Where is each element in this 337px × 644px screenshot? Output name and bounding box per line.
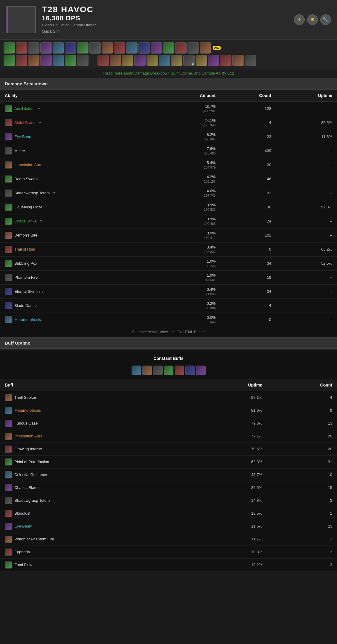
ability-icon[interactable] <box>138 42 150 54</box>
settings-icon[interactable]: ⚙ <box>307 14 318 25</box>
ability-icon-small <box>5 302 12 309</box>
info-link[interactable]: Read more about Damage Breakdown, Buff U… <box>0 69 337 78</box>
ability-name[interactable]: Phantom Fire <box>14 275 38 280</box>
ability-icon[interactable] <box>196 55 207 66</box>
ability-icon[interactable]: ✕ <box>183 55 195 66</box>
ability-icon[interactable] <box>208 55 219 66</box>
ability-icon[interactable] <box>65 55 76 66</box>
ability-icon[interactable] <box>122 55 133 66</box>
percent-cell: 28.7%1,400,281 <box>155 101 220 116</box>
ability-icon[interactable] <box>89 42 101 54</box>
hits-cell: 20 <box>220 158 276 172</box>
ability-icon[interactable] <box>200 42 211 54</box>
ability-icon[interactable] <box>16 42 27 54</box>
ability-icon-small <box>5 105 12 112</box>
wow-icon[interactable]: ⚜ <box>294 14 305 25</box>
ability-name[interactable]: Death Sweep <box>14 177 38 181</box>
table-row: Liquefying Ooze 3.9%190,531 30 97.3% <box>0 200 337 214</box>
buff-name-cell-0: Thrill Seeker <box>0 391 190 404</box>
ability-icon[interactable] <box>220 55 231 66</box>
buff-icon[interactable] <box>132 366 141 375</box>
ability-name[interactable]: Blade Dance <box>14 303 36 308</box>
table-row: Shadowgrasp Totem▼ 4.0%197,746 91 – <box>0 186 337 200</box>
ability-icon[interactable] <box>53 55 64 66</box>
ability-name[interactable]: Demon's Bite <box>14 233 37 237</box>
ability-name[interactable]: Chaos Strike <box>14 219 36 223</box>
ability-icon[interactable] <box>4 55 15 66</box>
ability-icon[interactable] <box>16 55 27 66</box>
ability-name[interactable]: Metamorphosis <box>14 317 41 322</box>
ability-name[interactable]: Melee <box>14 149 25 153</box>
buff-table-row: Fatal Flaw 10.2% 3 <box>0 558 337 571</box>
ability-name[interactable]: Bubbling Pox <box>14 261 37 266</box>
buff-name: Furious Gaze <box>14 421 38 425</box>
ability-icon[interactable] <box>97 55 109 66</box>
ability-icon[interactable] <box>187 42 199 54</box>
ability-icon[interactable] <box>65 42 76 54</box>
buff-icon-small <box>5 561 12 569</box>
hits-cell: 4 <box>220 116 276 130</box>
gear-icon[interactable]: 🔧 <box>320 14 331 25</box>
uptime-column-header: Uptime <box>276 90 337 102</box>
icons-badge: 282 <box>213 46 221 50</box>
ability-icon[interactable] <box>245 55 256 66</box>
ability-name[interactable]: Trail of Ruin <box>14 247 35 251</box>
character-subtitle1: Blood Elf Havoc Demon Hunter <box>42 22 288 28</box>
ability-icon[interactable] <box>163 42 174 54</box>
ability-cell-0: Annihilation▼ <box>0 101 155 116</box>
ability-icon[interactable] <box>53 42 64 54</box>
buff-table-row: Bloodlust 13.5% 1 <box>0 507 337 520</box>
ability-icon[interactable] <box>28 42 39 54</box>
buff-count-cell: 15 <box>267 481 337 494</box>
table-row: Eye Beam 8.2%398,685 23 11.6% <box>0 130 337 144</box>
ability-icon[interactable] <box>175 42 187 54</box>
hits-cell: 19 <box>220 270 276 284</box>
ability-icon[interactable] <box>159 55 170 66</box>
uptime-cell: – <box>276 172 337 186</box>
table-row: Trail of Ruin 3.4%163,827 0 65.2% <box>0 242 337 256</box>
buff-name: Shadowgrasp Totem <box>14 498 50 503</box>
buff-count-cell: 31 <box>267 455 337 468</box>
ability-name[interactable]: Sinful Brand <box>14 120 36 125</box>
buff-name: Fatal Flaw <box>14 563 32 567</box>
ability-icon[interactable] <box>232 55 244 66</box>
buff-uptime-cell: 11.6% <box>190 520 267 533</box>
ability-name[interactable]: Eye Beam <box>14 134 32 139</box>
ability-icon[interactable] <box>147 55 158 66</box>
uptime-cell: – <box>276 144 337 158</box>
page-title: T28 HAVOC <box>42 5 288 14</box>
ability-name[interactable]: Eternal Skirmish <box>14 289 43 294</box>
ability-icon[interactable] <box>171 55 182 66</box>
percent-cell: 0.0%649 <box>155 313 220 327</box>
ability-icon[interactable] <box>40 55 52 66</box>
ability-icon[interactable] <box>4 42 15 54</box>
ability-icon[interactable] <box>110 55 121 66</box>
ability-name[interactable]: Liquefying Ooze <box>14 205 42 209</box>
uptime-cell: – <box>276 298 337 313</box>
ability-icon[interactable] <box>77 55 89 66</box>
ability-name[interactable]: Immolation Aura <box>14 163 42 167</box>
buff-icon[interactable] <box>185 366 195 375</box>
buff-icon[interactable] <box>164 366 173 375</box>
dropdown-arrow: ▼ <box>39 219 42 223</box>
ability-icon[interactable] <box>28 55 39 66</box>
header: T28 HAVOC 16,308 DPS Blood Elf Havoc Dem… <box>0 0 337 40</box>
ability-name[interactable]: Annihilation <box>14 106 34 111</box>
buff-icon[interactable] <box>153 366 163 375</box>
ability-name[interactable]: Shadowgrasp Totem <box>14 191 50 195</box>
buff-icon[interactable] <box>196 366 206 375</box>
buff-icon[interactable] <box>142 366 152 375</box>
ability-icon[interactable] <box>40 42 52 54</box>
buff-count-cell: 3 <box>267 545 337 558</box>
ability-cell-6: Shadowgrasp Totem▼ <box>0 186 155 200</box>
ability-icon[interactable] <box>77 42 89 54</box>
ability-icon[interactable] <box>114 42 125 54</box>
ability-icon-small <box>5 204 12 211</box>
ability-icon[interactable] <box>126 42 138 54</box>
ability-icon[interactable] <box>134 55 146 66</box>
ability-icon[interactable] <box>102 42 113 54</box>
ability-icon[interactable] <box>151 42 162 54</box>
buff-table: Buff Uptime Count Thrill Seeker 97.1% 4 … <box>0 379 337 572</box>
buff-icon[interactable] <box>175 366 184 375</box>
buff-name: Phial of Putrefaction <box>14 460 49 464</box>
